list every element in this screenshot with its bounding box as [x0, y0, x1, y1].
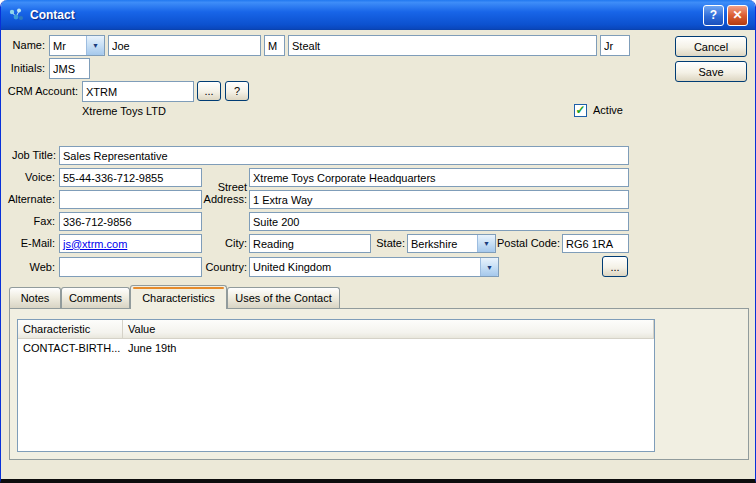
window-help-button[interactable]: ? — [703, 5, 724, 26]
street-line3-field[interactable] — [249, 212, 629, 231]
tab-comments[interactable]: Comments — [61, 287, 130, 308]
chevron-down-icon[interactable]: ▼ — [477, 235, 495, 252]
last-name-field[interactable] — [288, 35, 597, 56]
country-browse-button[interactable]: ... — [602, 256, 628, 277]
cancel-button[interactable]: Cancel — [675, 36, 747, 57]
contact-dialog: Contact ? ✕ Name: Mr ▼ Cancel Save Initi… — [0, 0, 756, 483]
characteristics-table[interactable]: Characteristic Value CONTACT-BIRTH... Ju… — [17, 319, 655, 452]
name-label: Name: — [1, 35, 45, 56]
name-prefix-select[interactable]: Mr ▼ — [49, 35, 105, 56]
country-value: United Kingdom — [250, 258, 480, 276]
window-close-button[interactable]: ✕ — [727, 5, 748, 26]
job-title-field[interactable] — [59, 146, 629, 165]
titlebar[interactable]: Contact ? ✕ — [1, 0, 755, 30]
cell-value: June 19th — [123, 339, 654, 356]
country-label: Country: — [201, 257, 247, 277]
email-label: E-Mail: — [1, 234, 55, 253]
name-prefix-value: Mr — [50, 36, 86, 55]
voice-field[interactable] — [59, 168, 202, 187]
email-field[interactable]: js@xtrm.com — [59, 234, 202, 253]
web-label: Web: — [1, 257, 55, 277]
initials-label: Initials: — [1, 58, 45, 79]
state-value: Berkshire — [408, 235, 477, 252]
crm-account-label: CRM Account: — [1, 81, 78, 102]
column-header-characteristic[interactable]: Characteristic — [18, 320, 123, 338]
table-header[interactable]: Characteristic Value — [18, 320, 654, 339]
street-line1-field[interactable] — [249, 168, 629, 187]
state-label: State: — [373, 234, 405, 253]
email-link[interactable]: js@xtrm.com — [63, 238, 127, 250]
active-checkbox[interactable] — [574, 104, 587, 117]
alternate-field[interactable] — [59, 190, 202, 209]
alternate-label: Alternate: — [1, 190, 55, 209]
contact-app-icon — [8, 7, 26, 23]
active-label: Active — [593, 104, 653, 117]
postal-code-field[interactable] — [562, 234, 629, 253]
save-button[interactable]: Save — [675, 61, 747, 82]
job-title-label: Job Title: — [1, 146, 56, 165]
fax-field[interactable] — [59, 212, 202, 231]
fax-label: Fax: — [1, 212, 55, 231]
chevron-down-icon[interactable]: ▼ — [86, 36, 104, 55]
city-label: City: — [209, 234, 247, 253]
middle-initial-field[interactable] — [264, 35, 285, 56]
initials-field[interactable] — [49, 58, 90, 79]
chevron-down-icon[interactable]: ▼ — [480, 258, 498, 276]
crm-browse-button[interactable]: ... — [197, 81, 221, 101]
crm-account-name: Xtreme Toys LTD — [82, 105, 282, 117]
cell-characteristic: CONTACT-BIRTH... — [18, 339, 123, 356]
suffix-field[interactable] — [600, 35, 630, 56]
tab-uses-of-the-contact[interactable]: Uses of the Contact — [227, 287, 340, 308]
web-field[interactable] — [59, 257, 202, 277]
postal-code-label: Postal Code: — [497, 234, 559, 253]
tab-characteristics[interactable]: Characteristics — [130, 285, 227, 309]
first-name-field[interactable] — [108, 35, 261, 56]
crm-help-button[interactable]: ? — [225, 81, 249, 101]
street-line2-field[interactable] — [249, 190, 629, 209]
tab-notes[interactable]: Notes — [9, 287, 61, 308]
crm-account-field[interactable] — [82, 81, 194, 102]
voice-label: Voice: — [1, 168, 55, 187]
street-address-label: Street Address: — [199, 181, 247, 205]
city-field[interactable] — [249, 234, 371, 253]
window-title: Contact — [30, 8, 75, 22]
state-select[interactable]: Berkshire ▼ — [407, 234, 496, 253]
table-row[interactable]: CONTACT-BIRTH... June 19th — [18, 339, 654, 356]
country-select[interactable]: United Kingdom ▼ — [249, 257, 499, 277]
column-header-value[interactable]: Value — [123, 320, 654, 338]
